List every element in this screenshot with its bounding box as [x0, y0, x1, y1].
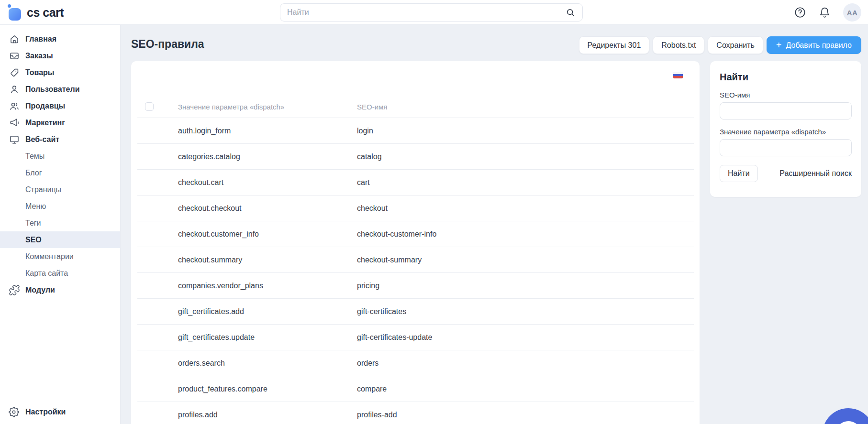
table-header-row: Значение параметра «dispatch» SEO-имя	[137, 96, 694, 118]
sidebar-item-label: Маркетинг	[25, 119, 65, 127]
cell-dispatch: checkout.customer_info	[178, 230, 357, 239]
sidebar-item-tags[interactable]: Теги	[0, 215, 120, 231]
redirects-301-button[interactable]: Редиректы 301	[579, 36, 650, 54]
sidebar-item-seo[interactable]: SEO	[0, 231, 120, 248]
table-row[interactable]: orders.search orders	[137, 350, 694, 376]
advanced-search-link[interactable]: Расширенный поиск	[779, 169, 852, 178]
main-content: SEO-правила Редиректы 301 Robots.txt Сох…	[121, 25, 868, 424]
sidebar-item-themes[interactable]: Темы	[0, 148, 120, 164]
help-icon[interactable]	[794, 6, 806, 19]
sidebar-item-comments[interactable]: Комментарии	[0, 248, 120, 265]
search-icon[interactable]	[566, 8, 576, 18]
cell-seo-name: cart	[357, 178, 694, 187]
monitor-icon	[9, 134, 20, 145]
cscart-logo-icon	[8, 4, 22, 21]
dispatch-input[interactable]	[720, 139, 852, 156]
table-row[interactable]: checkout.customer_info checkout-customer…	[137, 221, 694, 247]
sidebar-item-label: Продавцы	[25, 102, 65, 110]
sidebar-item-home[interactable]: Главная	[0, 31, 120, 47]
page-actions: Редиректы 301 Robots.txt Сохранить + Доб…	[579, 36, 861, 54]
megaphone-icon	[9, 117, 20, 129]
sidebar-item-website[interactable]: Веб-сайт	[0, 131, 120, 148]
sidebar: Главная Заказы Товары Пользователи	[0, 25, 121, 424]
add-rule-label: Добавить правило	[786, 41, 852, 50]
table-row[interactable]: categories.catalog catalog	[137, 144, 694, 170]
cell-seo-name: pricing	[357, 282, 694, 290]
cscart-logo[interactable]: cs cart	[8, 4, 64, 21]
robots-txt-button[interactable]: Robots.txt	[653, 36, 704, 54]
sidebar-item-label: Главная	[25, 35, 56, 43]
sidebar-item-pages[interactable]: Страницы	[0, 181, 120, 198]
cell-seo-name: checkout	[357, 204, 694, 213]
cell-seo-name: orders	[357, 359, 694, 368]
cell-dispatch: checkout.cart	[178, 178, 357, 187]
cell-seo-name: catalog	[357, 152, 694, 161]
cell-seo-name: gift-certificates	[357, 307, 694, 316]
cell-seo-name: gift-certificates-update	[357, 333, 694, 342]
seo-table-body: auth.login_form login categories.catalog…	[137, 118, 694, 424]
puzzle-icon	[9, 284, 20, 296]
cell-seo-name: login	[357, 127, 694, 135]
cell-dispatch: product_features.compare	[178, 385, 357, 393]
cell-seo-name: checkout-customer-info	[357, 230, 694, 239]
seo-name-label: SEO-имя	[720, 91, 852, 99]
cell-dispatch: companies.vendor_plans	[178, 282, 357, 290]
cell-dispatch: checkout.summary	[178, 256, 357, 264]
select-all-checkbox[interactable]	[145, 102, 154, 111]
sidebar-item-menu[interactable]: Меню	[0, 198, 120, 215]
topbar-right: AA	[794, 0, 861, 25]
cell-seo-name: compare	[357, 385, 694, 393]
sidebar-item-orders[interactable]: Заказы	[0, 47, 120, 64]
column-header-dispatch: Значение параметра «dispatch»	[178, 103, 357, 111]
find-button[interactable]: Найти	[720, 165, 758, 182]
logo-square	[9, 8, 21, 21]
top-header: cs cart AA	[0, 0, 868, 25]
save-button[interactable]: Сохранить	[708, 36, 763, 54]
inbox-icon	[9, 50, 20, 62]
notifications-bell-icon[interactable]	[819, 7, 831, 19]
avatar[interactable]: AA	[843, 3, 861, 22]
sidebar-item-marketing[interactable]: Маркетинг	[0, 114, 120, 131]
table-row[interactable]: checkout.summary checkout-summary	[137, 247, 694, 273]
table-row[interactable]: auth.login_form login	[137, 118, 694, 144]
global-search	[280, 3, 583, 22]
plus-icon: +	[776, 40, 782, 50]
table-row[interactable]: companies.vendor_plans pricing	[137, 273, 694, 299]
table-row[interactable]: checkout.cart cart	[137, 170, 694, 196]
cell-dispatch: gift_certificates.add	[178, 307, 357, 316]
search-panel-title: Найти	[720, 72, 852, 83]
add-rule-button[interactable]: + Добавить правило	[767, 36, 861, 54]
sidebar-item-label: Пользователи	[25, 85, 79, 94]
sidebar-item-products[interactable]: Товары	[0, 64, 120, 81]
page-title: SEO-правила	[131, 38, 204, 51]
table-row[interactable]: profiles.add profiles-add	[137, 402, 694, 424]
sidebar-item-users[interactable]: Пользователи	[0, 81, 120, 98]
flag-stripe-red	[673, 76, 683, 78]
seo-name-input[interactable]	[720, 102, 852, 120]
sidebar-item-vendors[interactable]: Продавцы	[0, 98, 120, 114]
tag-icon	[9, 67, 20, 78]
table-row[interactable]: product_features.compare compare	[137, 376, 694, 402]
sidebar-item-sitemap[interactable]: Карта сайта	[0, 265, 120, 282]
dispatch-label: Значение параметра «dispatch»	[720, 128, 852, 136]
column-header-seo-name: SEO-имя	[357, 103, 694, 111]
users-icon	[9, 100, 20, 112]
sidebar-item-modules[interactable]: Модули	[0, 282, 120, 298]
sidebar-item-settings[interactable]: Настройки	[0, 403, 120, 420]
table-row[interactable]: gift_certificates.add gift-certificates	[137, 299, 694, 325]
cell-seo-name: profiles-add	[357, 411, 694, 419]
sidebar-item-blog[interactable]: Блог	[0, 164, 120, 181]
global-search-input[interactable]	[280, 8, 566, 17]
sidebar-item-label: Заказы	[25, 52, 53, 60]
cell-seo-name: checkout-summary	[357, 256, 694, 264]
seo-rules-card: Значение параметра «dispatch» SEO-имя au…	[131, 61, 700, 424]
cell-dispatch: orders.search	[178, 359, 357, 368]
russian-flag-icon[interactable]	[673, 72, 683, 78]
table-row[interactable]: gift_certificates.update gift-certificat…	[137, 325, 694, 350]
cell-dispatch: gift_certificates.update	[178, 333, 357, 342]
cell-dispatch: categories.catalog	[178, 152, 357, 161]
home-icon	[9, 33, 20, 45]
seo-rules-table: Значение параметра «dispatch» SEO-имя au…	[137, 96, 694, 424]
table-row[interactable]: checkout.checkout checkout	[137, 196, 694, 221]
gear-icon	[9, 407, 20, 417]
